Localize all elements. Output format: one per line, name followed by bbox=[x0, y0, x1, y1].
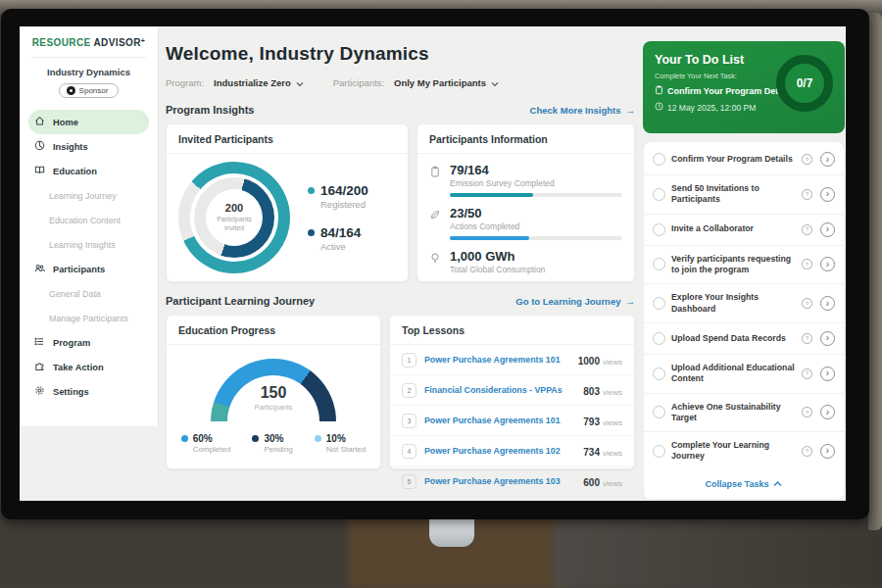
lesson-rank: 1 bbox=[402, 353, 416, 368]
task-open-button[interactable]: › bbox=[820, 444, 835, 459]
sponsor-icon bbox=[67, 86, 75, 95]
task-open-button[interactable]: › bbox=[820, 367, 835, 381]
task-row[interactable]: Complete Your Learning Journey ? › bbox=[644, 431, 844, 470]
task-open-button[interactable]: › bbox=[820, 187, 835, 202]
task-checkbox[interactable] bbox=[653, 332, 665, 345]
stat-emission-survey: 79/164 Emission Survey Completed bbox=[417, 154, 634, 197]
task-checkbox[interactable] bbox=[653, 297, 665, 310]
sidebar-item-education[interactable]: Education bbox=[28, 159, 149, 183]
sidebar-item-general-data[interactable]: General Data bbox=[28, 281, 149, 306]
program-filter[interactable]: Program: Industrialize Zero bbox=[166, 74, 304, 91]
participants-information-card: Participants Information 79/164 Emission… bbox=[416, 123, 635, 282]
sidebar-item-take-action[interactable]: Take Action bbox=[28, 355, 149, 379]
active-dot bbox=[308, 229, 315, 236]
participants-filter-label: Participants: bbox=[333, 77, 384, 88]
logo-resource: RESOURCE bbox=[32, 37, 91, 48]
sidebar-item-learning-insights[interactable]: Learning Insights bbox=[28, 232, 149, 257]
lesson-row: 5 Power Purchase Agreements 103 600views bbox=[390, 466, 634, 496]
task-row[interactable]: Achieve One Sustainability Target ? › bbox=[644, 393, 844, 432]
lesson-link[interactable]: Power Purchase Agreements 103 bbox=[424, 476, 575, 486]
chevron-up-icon bbox=[773, 479, 782, 489]
consumption-icon bbox=[429, 249, 441, 274]
legend-item-registered: 164/200 Registered bbox=[308, 183, 368, 210]
chevron-down-icon bbox=[296, 74, 304, 91]
task-checkbox[interactable] bbox=[653, 223, 665, 236]
check-more-insights-link[interactable]: Check More Insights → bbox=[530, 105, 635, 116]
task-row[interactable]: Invite a Collaborator ? › bbox=[644, 214, 844, 245]
sidebar: RESOURCE ADVISOR+ Industry Dynamics Spon… bbox=[20, 26, 159, 426]
task-checkbox[interactable] bbox=[653, 188, 665, 201]
participants-filter-value: Only My Participants bbox=[394, 77, 486, 88]
education-legend: 60% Completed 30% Pending 10% Not Starte… bbox=[167, 433, 380, 454]
sidebar-item-education-content[interactable]: Education Content bbox=[28, 208, 149, 232]
lesson-rank: 3 bbox=[402, 414, 416, 428]
task-open-button[interactable]: › bbox=[820, 222, 835, 237]
gauge-center-value: 150 bbox=[211, 384, 336, 402]
task-checkbox[interactable] bbox=[653, 153, 665, 166]
sidebar-item-settings[interactable]: Settings bbox=[28, 379, 149, 404]
sidebar-item-participants[interactable]: Participants bbox=[28, 257, 149, 281]
sidebar-item-program[interactable]: Program bbox=[28, 330, 149, 355]
legend-item-not-started: 10% Not Started bbox=[315, 433, 366, 454]
help-icon: ? bbox=[802, 446, 812, 457]
task-checkbox[interactable] bbox=[653, 445, 665, 458]
help-icon: ? bbox=[802, 407, 812, 417]
settings-icon bbox=[34, 385, 45, 398]
invited-legend: 164/200 Registered 84/164 Active bbox=[308, 183, 368, 252]
task-row[interactable]: Send 50 Invitations to Participants ? › bbox=[644, 174, 844, 214]
lesson-link[interactable]: Power Purchase Agreements 101 bbox=[424, 416, 575, 425]
sponsor-badge[interactable]: Sponsor bbox=[59, 83, 120, 98]
todo-summary-card: Your To Do List Complete Your Next Task:… bbox=[643, 41, 845, 133]
sidebar-item-manage-participants[interactable]: Manage Participants bbox=[28, 306, 149, 330]
task-checkbox[interactable] bbox=[653, 368, 665, 380]
lesson-link[interactable]: Financial Considerations - VPPAs bbox=[424, 385, 575, 395]
top-lessons-card: Top Lessons 1 Power Purchase Agreements … bbox=[389, 315, 635, 469]
collapse-tasks-link[interactable]: Collapse Tasks bbox=[644, 470, 844, 499]
lesson-row: 1 Power Purchase Agreements 101 1000view… bbox=[390, 345, 634, 374]
todo-task-list: Confirm Your Program Details ? › Send 50… bbox=[643, 141, 845, 500]
legend-item-completed: 60% Completed bbox=[181, 433, 231, 454]
lesson-rank: 5 bbox=[402, 474, 416, 489]
invited-ring-outer: 200 Participants Invited bbox=[178, 162, 290, 273]
filters-row: Program: Industrialize Zero Participants… bbox=[166, 74, 635, 91]
task-row[interactable]: Confirm Your Program Details ? › bbox=[644, 144, 844, 174]
help-icon: ? bbox=[802, 189, 812, 200]
education-gauge-chart: 150 Participants bbox=[211, 359, 336, 421]
survey-progress-track bbox=[450, 193, 622, 197]
participants-filter[interactable]: Participants: Only My Participants bbox=[333, 74, 499, 91]
actions-progress-track bbox=[450, 236, 622, 240]
sidebar-item-learning-journey[interactable]: Learning Journey bbox=[28, 183, 149, 208]
invited-center-value: 200 bbox=[225, 202, 243, 214]
ed-legend-dot bbox=[181, 435, 188, 442]
logo-plus: + bbox=[141, 37, 146, 44]
journey-cards-row: Education Progress 150 Participants 60% bbox=[166, 315, 635, 469]
stat-bar-fill bbox=[450, 193, 533, 197]
task-row[interactable]: Upload Spend Data Records ? › bbox=[644, 322, 844, 354]
task-open-button[interactable]: › bbox=[820, 331, 835, 346]
lesson-link[interactable]: Power Purchase Agreements 101 bbox=[424, 355, 570, 365]
registered-dot bbox=[308, 187, 315, 194]
dashboard-screen: RESOURCE ADVISOR+ Industry Dynamics Spon… bbox=[20, 26, 846, 501]
task-open-button[interactable]: › bbox=[820, 405, 835, 419]
todo-column: Your To Do List Complete Your Next Task:… bbox=[643, 26, 845, 501]
task-open-button[interactable]: › bbox=[820, 296, 835, 311]
task-checkbox[interactable] bbox=[653, 406, 665, 418]
help-icon: ? bbox=[802, 259, 812, 270]
help-icon: ? bbox=[802, 298, 812, 309]
task-open-button[interactable]: › bbox=[820, 152, 835, 167]
lesson-link[interactable]: Power Purchase Agreements 102 bbox=[424, 446, 575, 456]
go-to-learning-journey-link[interactable]: Go to Learning Journey → bbox=[515, 296, 635, 307]
actions-icon bbox=[429, 206, 441, 240]
sidebar-item-home[interactable]: Home bbox=[28, 110, 149, 134]
task-row[interactable]: Explore Your Insights Dashboard ? › bbox=[644, 283, 844, 322]
main-content: Welcome, Industry Dynamics Program: Indu… bbox=[166, 26, 635, 469]
todo-progress-value: 0/7 bbox=[797, 76, 813, 90]
task-row[interactable]: Verify participants requesting to join t… bbox=[644, 245, 844, 284]
invited-participants-title: Invited Participants bbox=[167, 124, 408, 154]
insights-icon bbox=[34, 140, 45, 153]
task-checkbox[interactable] bbox=[653, 258, 665, 270]
task-row[interactable]: Upload Additional Educational Content ? … bbox=[644, 354, 844, 393]
invited-ring-inner: 200 Participants Invited bbox=[194, 177, 274, 258]
task-open-button[interactable]: › bbox=[820, 257, 835, 271]
sidebar-item-insights[interactable]: Insights bbox=[28, 134, 149, 159]
